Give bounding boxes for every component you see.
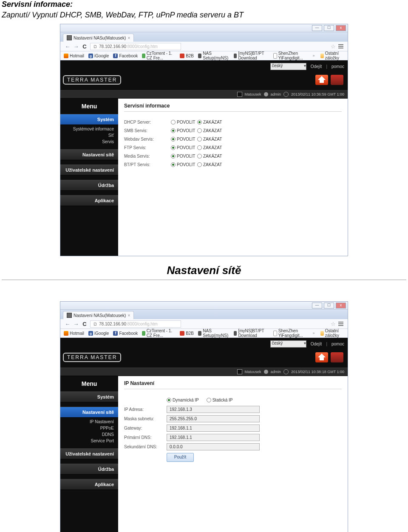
bookmark-other[interactable]: Ostatní záložky — [320, 51, 344, 60]
facebook-icon: f — [113, 331, 118, 336]
sidebar-item-user-settings[interactable]: Uživatelské nastavení — [60, 164, 118, 175]
browser-tab[interactable]: Nastaveni NASu(Matousek) × — [63, 311, 134, 319]
radio-deny[interactable]: ZAKÁZAT — [197, 120, 224, 125]
menu-icon[interactable] — [338, 321, 343, 327]
divider — [124, 389, 342, 389]
browser-tab[interactable]: Nastaveni NASu(Matousek) × — [63, 34, 134, 42]
monitor-icon — [237, 92, 242, 97]
sidebar-subitem-service[interactable]: Servis — [60, 139, 114, 145]
address-input[interactable]: 🗋 78.102.166.90 :8000/config.htm — [90, 320, 181, 328]
input-gateway[interactable]: 192.168.1.1 — [167, 424, 260, 432]
bookmarks-overflow-icon[interactable]: » — [312, 331, 314, 335]
radio-allow[interactable]: POVOLIT — [171, 137, 197, 141]
address-input[interactable]: 🗋 78.102.166.90 :8000/config.htm — [90, 43, 181, 50]
bookmark-btpt[interactable]: [myNS]BT/PT Download — [234, 328, 269, 338]
apply-button[interactable]: Použít — [167, 453, 194, 462]
bookmark-facebook[interactable]: fFacebook — [113, 54, 138, 58]
info-user: admin — [271, 92, 281, 96]
language-select[interactable]: český ▾ — [270, 63, 306, 70]
sidebar-item-network-settings[interactable]: Nastavení sítě — [60, 149, 118, 160]
radio-allow[interactable]: POVOLIT — [171, 128, 197, 133]
tab-close-icon[interactable]: × — [128, 36, 130, 40]
sidebar-item-apps[interactable]: Aplikace — [60, 479, 118, 490]
radio-deny[interactable]: ZAKÁZAT — [197, 137, 224, 141]
sidebar-item-maintenance[interactable]: Údržba — [60, 180, 118, 191]
input-primary-dns[interactable]: 192.168.1.1 — [167, 434, 260, 441]
window-maximize-button[interactable]: ☐ — [324, 303, 334, 308]
nas-icon — [198, 331, 201, 336]
window-close-button[interactable]: x — [336, 25, 346, 31]
home-icon[interactable] — [315, 352, 328, 362]
bookmark-hotmail[interactable]: Hotmail — [64, 331, 84, 336]
input-subnet-mask[interactable]: 255.255.255.0 — [167, 415, 260, 422]
radio-deny[interactable]: ZAKÁZAT — [197, 145, 224, 150]
bookmark-b2b[interactable]: B2B — [180, 54, 194, 58]
bookmark-igoogle[interactable]: giGoogle — [88, 331, 109, 336]
radio-deny[interactable]: ZAKÁZAT — [197, 154, 224, 158]
radio-deny[interactable]: ZAKÁZAT — [197, 162, 224, 167]
bookmark-facebook[interactable]: fFacebook — [113, 331, 138, 336]
bookmark-igoogle[interactable]: giGoogle — [88, 54, 109, 58]
help-link[interactable]: pomoc — [332, 342, 344, 346]
sidebar-item-system[interactable]: Systém — [60, 114, 118, 125]
input-secondary-dns[interactable]: 0.0.0.0 — [167, 443, 260, 450]
input-ip-address[interactable]: 192.168.1.3 — [167, 406, 260, 413]
sidebar-item-network-settings[interactable]: Nastavení sítě — [60, 407, 118, 418]
window-close-button[interactable]: x — [336, 303, 346, 308]
sidebar-subitem-pppoe[interactable]: PPPoE — [60, 425, 114, 431]
radio-static-ip[interactable]: Statická IP — [207, 398, 233, 402]
folder-red-icon[interactable] — [331, 75, 343, 85]
radio-allow[interactable]: POVOLIT — [171, 154, 197, 158]
sidebar-subitem-network[interactable]: Síť — [60, 132, 114, 139]
sidebar-item-user-settings[interactable]: Uživatelské nastavení — [60, 448, 118, 459]
back-button[interactable]: ← — [65, 321, 71, 327]
sidebar-item-system[interactable]: Systém — [60, 391, 118, 402]
service-label: BT/PT Servis: — [124, 162, 171, 167]
radio-dynamic-ip[interactable]: Dynamická IP — [167, 398, 199, 402]
sidebar-subitem-ddns[interactable]: DDNS — [60, 431, 114, 438]
bookmark-hotmail[interactable]: Hotmail — [64, 54, 84, 58]
folder-red-icon[interactable] — [331, 352, 343, 362]
sidebar-subitem-port[interactable]: Service Port — [60, 438, 114, 444]
bookmark-shenzhen[interactable]: ShenZhen YiFangdigit... — [273, 51, 309, 60]
window-minimize-button[interactable]: — — [312, 303, 322, 308]
sidebar-item-apps[interactable]: Aplikace — [60, 195, 118, 206]
bookmark-btpt[interactable]: [myNS]BT/PT Download — [234, 51, 269, 60]
radio-allow[interactable]: POVOLIT — [171, 145, 197, 150]
service-row: Media Servis:POVOLITZAKÁZAT — [124, 152, 342, 160]
bookmark-shenzhen[interactable]: ShenZhen YiFangdigit... — [273, 328, 309, 338]
bookmark-nas-setup[interactable]: NAS Setup(myNS) — [198, 328, 230, 338]
radio-allow[interactable]: POVOLIT — [171, 120, 197, 125]
reload-button[interactable]: C — [82, 321, 88, 327]
back-button[interactable]: ← — [65, 43, 71, 50]
radio-allow[interactable]: POVOLIT — [171, 162, 197, 167]
help-link[interactable]: pomoc — [332, 64, 344, 69]
forward-button[interactable]: → — [73, 43, 79, 50]
bookmark-cztorrent[interactable]: CzTorrent - 1. CZ Fre... — [142, 51, 176, 60]
address-bar-row: ← → C 🗋 78.102.166.90 :8000/config.htm ☆ — [60, 319, 348, 329]
bookmark-nas-setup[interactable]: NAS Setup(myNS) — [198, 51, 230, 60]
bookmark-star-icon[interactable]: ☆ — [331, 321, 336, 327]
label-gateway: Gateway: — [124, 426, 167, 430]
sidebar-subitem-ip[interactable]: IP Nastavení — [60, 419, 114, 425]
bookmark-other[interactable]: Ostatní záložky — [320, 328, 344, 338]
bookmark-cztorrent[interactable]: CzTorrent - 1. CZ Fre... — [142, 328, 176, 338]
logout-link[interactable]: Odejít — [311, 64, 322, 69]
bookmarks-overflow-icon[interactable]: » — [312, 54, 314, 58]
tab-close-icon[interactable]: × — [128, 313, 130, 318]
bookmark-star-icon[interactable]: ☆ — [331, 43, 336, 50]
sidebar-subitem-sysinfo[interactable]: Systémové informace — [60, 126, 114, 132]
language-select[interactable]: český ▾ — [270, 340, 306, 348]
window-titlebar: — ☐ x — [60, 302, 348, 310]
sidebar-item-maintenance[interactable]: Údržba — [60, 464, 118, 475]
menu-icon[interactable] — [338, 43, 343, 49]
info-time: 2013/02/11 10:38:18 GMT 1:00 — [291, 370, 344, 374]
home-icon[interactable] — [315, 75, 328, 85]
bookmark-b2b[interactable]: B2B — [180, 331, 194, 336]
radio-deny[interactable]: ZAKÁZAT — [197, 128, 224, 133]
window-maximize-button[interactable]: ☐ — [324, 25, 334, 31]
window-minimize-button[interactable]: — — [312, 25, 322, 31]
reload-button[interactable]: C — [82, 43, 88, 50]
logout-link[interactable]: Odejít — [311, 342, 322, 346]
forward-button[interactable]: → — [73, 321, 79, 327]
